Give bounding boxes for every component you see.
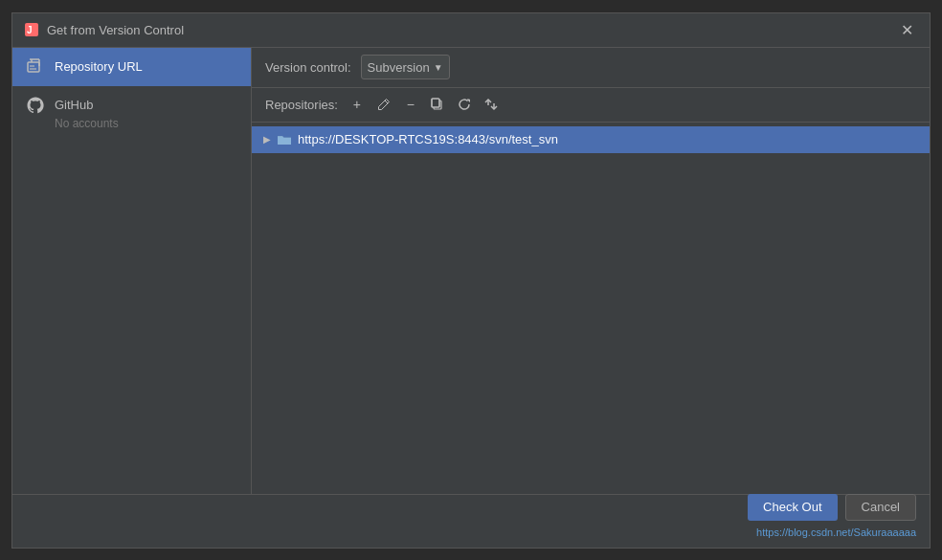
repository-url-icon [26,57,45,77]
github-label: GitHub [55,98,93,112]
footer-link[interactable]: https://blog.csdn.net/Sakuraaaaaa [756,526,916,538]
folder-icon [277,132,292,147]
version-control-label: Version control: [265,60,351,75]
expand-arrow-icon: ▶ [263,134,271,145]
github-top: GitHub [26,96,237,115]
copy-repository-button[interactable] [426,93,449,116]
app-icon: J [24,22,39,37]
github-no-accounts: No accounts [55,117,237,130]
sync-button[interactable] [480,93,503,116]
dialog-title: Get from Version Control [47,23,887,37]
sidebar-item-github[interactable]: GitHub No accounts [12,86,251,140]
dialog: J Get from Version Control ✕ [11,12,931,549]
title-bar: J Get from Version Control ✕ [12,13,930,48]
svg-rect-2 [28,62,39,72]
dialog-footer: Check Out Cancel https://blog.csdn.net/S… [12,494,930,548]
right-panel: Version control: Subversion ▼ Repositori… [252,48,930,494]
remove-repository-button[interactable]: − [399,93,422,116]
sidebar: Repository URL GitHub No accounts [12,48,252,494]
github-icon [26,96,45,115]
close-button[interactable]: ✕ [895,18,918,41]
footer-buttons: Check Out Cancel [748,494,916,521]
add-repository-button[interactable]: + [346,93,369,116]
version-control-select[interactable]: Subversion ▼ [361,55,450,79]
chevron-down-icon: ▼ [434,62,443,73]
svg-text:J: J [27,25,33,35]
version-control-row: Version control: Subversion ▼ [252,48,930,88]
repositories-label: Repositories: [265,98,338,112]
repositories-toolbar: Repositories: + − [252,88,930,123]
edit-repository-button[interactable] [372,93,395,116]
cancel-button[interactable]: Cancel [845,494,916,521]
version-control-selected: Subversion [368,60,430,75]
svg-line-8 [385,101,388,103]
checkout-button[interactable]: Check Out [748,494,837,521]
repository-url-text: https://DESKTOP-RTCS19S:8443/svn/test_sv… [298,132,558,146]
repository-list: ▶ https://DESKTOP-RTCS19S:8443/svn/test_… [252,123,930,494]
repository-list-item[interactable]: ▶ https://DESKTOP-RTCS19S:8443/svn/test_… [252,126,930,153]
refresh-button[interactable] [453,93,476,116]
sidebar-item-repository-url[interactable]: Repository URL [12,48,251,86]
sidebar-item-repository-url-label: Repository URL [55,59,143,74]
svg-rect-10 [432,99,439,107]
main-content: Repository URL GitHub No accounts [12,48,930,494]
